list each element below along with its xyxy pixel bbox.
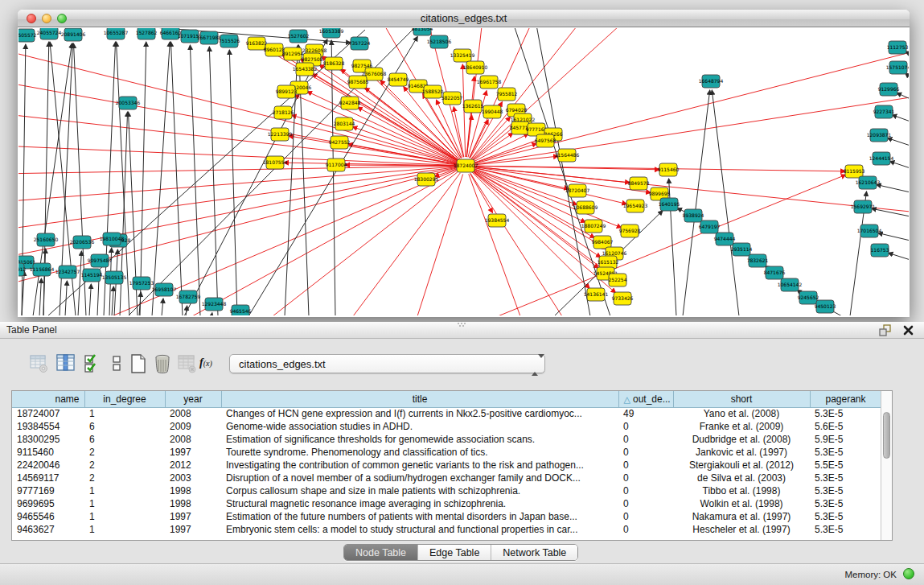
graph-node[interactable]: 15692971 xyxy=(851,200,876,213)
float-panel-icon[interactable] xyxy=(879,324,892,336)
table-cell[interactable]: 18300295 xyxy=(12,433,84,446)
delete-column-icon[interactable] xyxy=(153,353,172,374)
graph-node[interactable]: 24055724 xyxy=(37,28,62,39)
graph-node[interactable]: 20206536 xyxy=(70,236,95,249)
graph-node[interactable]: 9465546 xyxy=(230,305,252,315)
table-cell[interactable]: 0 xyxy=(618,459,673,472)
graph-node[interactable]: 15218506 xyxy=(427,35,452,48)
table-cell[interactable]: 0 xyxy=(618,446,673,459)
table-cell[interactable]: 5.3E-5 xyxy=(810,472,881,484)
graph-node[interactable]: 9899123 xyxy=(276,85,298,98)
selection-mode-icon[interactable] xyxy=(83,353,102,374)
table-cell[interactable]: 2009 xyxy=(165,420,221,433)
graph-node[interactable]: 12444154 xyxy=(869,152,894,165)
divider-grip[interactable] xyxy=(458,323,466,327)
table-cell[interactable]: 2008 xyxy=(165,407,221,420)
tab-network-table[interactable]: Network Table xyxy=(491,545,577,560)
graph-node[interactable]: 1145194 xyxy=(81,269,103,282)
table-cell[interactable]: 1 xyxy=(84,484,165,497)
graph-node[interactable]: 9242848 xyxy=(339,97,361,109)
graph-node[interactable]: 8938924 xyxy=(683,209,704,222)
graph-node[interactable]: 1527862 xyxy=(136,28,158,39)
table-cell[interactable]: 1997 xyxy=(165,446,221,459)
table-scrollbar[interactable] xyxy=(881,391,892,540)
graph-node[interactable]: 21564486 xyxy=(555,149,580,162)
graph-node[interactable]: 2718126 xyxy=(273,106,294,119)
table-cell[interactable]: 9115460 xyxy=(12,446,84,459)
table-cell[interactable]: 19384554 xyxy=(12,420,84,433)
graph-node[interactable]: 20891406 xyxy=(61,28,86,41)
table-cell[interactable]: Estimation of significance thresholds fo… xyxy=(221,433,618,446)
graph-node[interactable]: 9450123 xyxy=(815,300,836,313)
table-cell[interactable]: 6 xyxy=(84,433,165,446)
graph-node[interactable]: 2505572 xyxy=(18,29,37,42)
column-header-name[interactable]: name xyxy=(12,391,84,407)
table-cell[interactable]: Estimation of the future numbers of pati… xyxy=(221,510,618,523)
graph-node[interactable]: 5822057 xyxy=(441,92,463,105)
graph-node[interactable]: 1640195 xyxy=(659,198,680,211)
graph-node[interactable]: 90975487 xyxy=(88,254,113,267)
graph-node[interactable]: 16053389 xyxy=(319,28,344,38)
table-cell[interactable]: 5.6E-5 xyxy=(810,420,881,433)
table-cell[interactable]: 5.3E-5 xyxy=(810,510,881,523)
table-cell[interactable]: 1 xyxy=(84,497,165,510)
table-cell[interactable]: 14569117 xyxy=(12,472,84,484)
graph-node[interactable]: 1112753 xyxy=(887,41,909,54)
table-row[interactable]: 977716911998Corpus callosum shape and si… xyxy=(12,484,881,497)
graph-node[interactable]: 9129966 xyxy=(878,83,900,96)
network-canvas[interactable]: 1872400791638228960128891295423226058982… xyxy=(18,28,909,315)
table-cell[interactable]: 9463627 xyxy=(12,523,84,536)
graph-node[interactable]: 10654142 xyxy=(778,278,803,291)
table-cell[interactable]: Stergiakouli et al. (2012) xyxy=(673,459,810,472)
graph-node[interactable]: 8454749 xyxy=(388,73,409,86)
delete-table-icon[interactable] xyxy=(177,353,196,374)
table-scrollbar-thumb[interactable] xyxy=(883,412,890,459)
graph-node[interactable]: 25160650 xyxy=(34,233,59,246)
table-cell[interactable]: 5.3E-5 xyxy=(810,446,881,459)
table-cell[interactable]: 5.3E-5 xyxy=(810,407,881,420)
table-cell[interactable]: 5.3E-5 xyxy=(810,497,881,510)
table-cell[interactable]: Nakamura et al. (1997) xyxy=(673,510,810,523)
table-cell[interactable]: 1997 xyxy=(165,510,221,523)
column-header-title[interactable]: title xyxy=(221,391,618,407)
table-cell[interactable]: Tibbo et al. (1998) xyxy=(673,484,810,497)
graph-node[interactable]: 8186328 xyxy=(323,57,345,70)
table-cell[interactable]: Jankovic et al. (1997) xyxy=(673,446,810,459)
table-cell[interactable]: 2008 xyxy=(165,433,221,446)
graph-node[interactable]: 18640910 xyxy=(463,61,488,74)
graph-node[interactable]: 16543382 xyxy=(293,63,318,76)
graph-node[interactable]: 16210643 xyxy=(856,176,881,189)
graph-node[interactable]: 9227341 xyxy=(873,105,895,118)
table-cell[interactable]: 9699695 xyxy=(12,497,84,510)
graph-node[interactable]: 1362615 xyxy=(462,100,484,113)
column-header-in-degree[interactable]: in_degree xyxy=(84,391,165,407)
tab-node-table[interactable]: Node Table xyxy=(344,545,418,560)
tab-edge-table[interactable]: Edge Table xyxy=(418,545,491,560)
table-cell[interactable]: Hescheler et al. (1997) xyxy=(673,523,810,536)
graph-node[interactable]: 9117004 xyxy=(326,159,347,171)
table-cell[interactable]: 5.9E-5 xyxy=(810,433,881,446)
show-columns-icon[interactable] xyxy=(56,353,76,374)
table-cell[interactable]: 0 xyxy=(618,510,673,523)
graph-node[interactable]: 8471676 xyxy=(764,266,786,279)
graph-node[interactable]: 1990448 xyxy=(482,105,503,118)
graph-node[interactable]: 1588520 xyxy=(422,85,444,98)
graph-node[interactable]: 20053346 xyxy=(116,97,141,109)
table-row[interactable]: 2242004622012Investigating the contribut… xyxy=(12,459,881,472)
graph-node[interactable]: 7955812 xyxy=(496,88,518,101)
graph-node[interactable]: 12923448 xyxy=(202,298,227,311)
table-cell[interactable]: 1 xyxy=(84,523,165,536)
graph-node[interactable]: 12213399 xyxy=(268,128,293,141)
row-height-icon[interactable] xyxy=(107,353,126,374)
table-cell[interactable]: de Silva et al. (2003) xyxy=(673,472,810,484)
table-cell[interactable]: 6 xyxy=(84,420,165,433)
column-header-short[interactable]: short xyxy=(673,391,810,407)
table-cell[interactable]: 0 xyxy=(618,433,673,446)
graph-node[interactable]: 16648794 xyxy=(699,75,724,88)
table-cell[interactable]: Embryonic stem cells: a model to study s… xyxy=(221,523,618,536)
table-cell[interactable]: 2012 xyxy=(165,459,221,472)
table-cell[interactable]: Structural magnetic resonance image aver… xyxy=(221,497,618,510)
table-cell[interactable]: Wolkin et al. (1998) xyxy=(673,497,810,510)
table-row[interactable]: 969969511998Structural magnetic resonanc… xyxy=(12,497,881,510)
table-cell[interactable]: 1 xyxy=(84,510,165,523)
